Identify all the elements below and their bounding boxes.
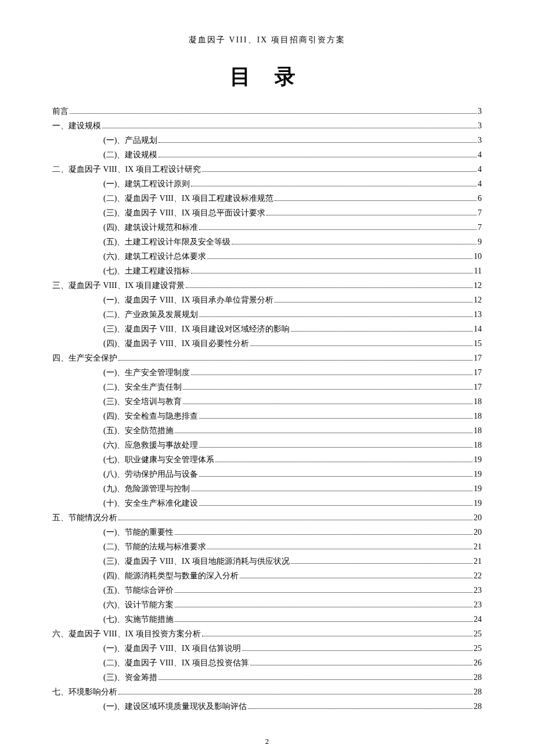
toc-entry-page: 3 bbox=[478, 107, 482, 116]
toc-entry-label: (一)、节能的重要性 bbox=[103, 528, 174, 537]
toc-entry: (七)、土建工程建设指标11 bbox=[52, 264, 482, 278]
toc-entry-page: 18 bbox=[474, 441, 482, 449]
toc-leader-dots bbox=[118, 360, 472, 361]
toc-entry: (五)、节能综合评价23 bbox=[52, 583, 482, 597]
toc-entry: (二)、产业政策及发展规划13 bbox=[52, 307, 482, 322]
toc-leader-dots bbox=[291, 563, 472, 564]
toc-leader-dots bbox=[266, 215, 477, 215]
toc-entry-page: 18 bbox=[474, 412, 482, 420]
toc-entry-page: 15 bbox=[474, 340, 482, 348]
toc-entry-label: (四)、建筑设计规范和标准 bbox=[103, 224, 198, 232]
toc-entry-page: 7 bbox=[478, 224, 482, 232]
toc-entry-page: 28 bbox=[474, 674, 482, 682]
toc-leader-dots bbox=[191, 186, 477, 186]
toc-entry: (一)、凝血因子 VIII、IX 项目承办单位背景分析12 bbox=[52, 293, 482, 307]
toc-leader-dots bbox=[175, 621, 472, 622]
toc-entry-page: 24 bbox=[474, 615, 482, 624]
toc-entry: (二)、凝血因子 VIII、IX 项目工程建设标准规范6 bbox=[52, 191, 482, 206]
toc-entry-page: 19 bbox=[474, 456, 482, 464]
toc-entry-label: (五)、土建工程设计年限及安全等级 bbox=[103, 238, 230, 246]
toc-entry-label: (三)、凝血因子 VIII、IX 项目地能源消耗与供应状况 bbox=[103, 557, 290, 566]
toc-leader-dots bbox=[175, 433, 472, 433]
toc-entry: (三)、凝血因子 VIII、IX 项目地能源消耗与供应状况21 bbox=[52, 554, 482, 568]
toc-entry-label: (二)、产业政策及发展规划 bbox=[103, 311, 198, 319]
page-header: 凝血因子 VIII、IX 项目招商引资方案 bbox=[52, 35, 482, 45]
document-page: 凝血因子 VIII、IX 项目招商引资方案 目 录 前言3一、建设规模3(一)、… bbox=[0, 0, 534, 756]
toc-entry-page: 12 bbox=[474, 282, 482, 290]
toc-entry-page: 21 bbox=[474, 543, 482, 551]
toc-entry-page: 3 bbox=[478, 136, 482, 145]
toc-entry: 三、凝血因子 VIII、IX 项目建设背景12 bbox=[52, 278, 482, 293]
toc-entry-page: 21 bbox=[474, 557, 482, 566]
toc-entry-label: (五)、节能综合评价 bbox=[103, 586, 174, 595]
toc-entry-label: (十)、安全生产标准化建设 bbox=[103, 499, 198, 507]
toc-entry-page: 12 bbox=[474, 296, 482, 304]
toc-entry: (六)、设计节能方案23 bbox=[52, 597, 482, 612]
toc-leader-dots bbox=[191, 491, 472, 491]
toc-leader-dots bbox=[175, 607, 472, 607]
toc-leader-dots bbox=[118, 694, 472, 694]
toc-entry-page: 6 bbox=[478, 195, 482, 203]
page-number: 2 bbox=[52, 737, 482, 746]
toc-entry-page: 17 bbox=[474, 369, 482, 377]
toc-title: 目 录 bbox=[52, 63, 482, 91]
toc-entry-page: 19 bbox=[474, 470, 482, 478]
toc-entry-label: 七、环境影响分析 bbox=[52, 688, 117, 696]
toc-entry: (七)、职业健康与安全管理体系19 bbox=[52, 452, 482, 467]
toc-entry: (一)、建筑工程设计原则4 bbox=[52, 177, 482, 191]
toc-entry-label: (七)、实施节能措施 bbox=[103, 615, 174, 624]
toc-entry-label: 一、建设规模 bbox=[52, 122, 101, 130]
toc-entry-page: 4 bbox=[478, 180, 482, 188]
toc-leader-dots bbox=[240, 578, 472, 578]
toc-entry-page: 17 bbox=[474, 383, 482, 391]
toc-entry: (三)、资金筹措28 bbox=[52, 670, 482, 685]
toc-entry: (一)、凝血因子 VIII、IX 项目估算说明25 bbox=[52, 641, 482, 656]
toc-entry: (六)、建筑工程设计总体要求10 bbox=[52, 249, 482, 264]
toc-entry: 四、生产安全保护17 bbox=[52, 351, 482, 365]
toc-entry-page: 4 bbox=[478, 151, 482, 159]
toc-leader-dots bbox=[242, 650, 472, 651]
toc-entry-page: 3 bbox=[478, 122, 482, 130]
toc-leader-dots bbox=[191, 273, 472, 273]
toc-entry-label: (一)、产品规划 bbox=[103, 136, 157, 145]
toc-leader-dots bbox=[202, 171, 477, 172]
toc-leader-dots bbox=[275, 302, 472, 303]
toc-entry-label: (三)、安全培训与教育 bbox=[103, 398, 182, 406]
toc-entry-page: 18 bbox=[474, 398, 482, 406]
toc-entry-page: 10 bbox=[474, 253, 482, 261]
toc-entry-page: 25 bbox=[474, 645, 482, 653]
toc-leader-dots bbox=[175, 592, 472, 593]
toc-entry: (二)、节能的法规与标准要求21 bbox=[52, 539, 482, 554]
toc-entry: (二)、建设规模4 bbox=[52, 147, 482, 162]
toc-entry-label: (一)、建设区域环境质量现状及影响评估 bbox=[103, 703, 247, 711]
toc-entry-label: (六)、设计节能方案 bbox=[103, 601, 174, 609]
toc-entry-page: 23 bbox=[474, 586, 482, 595]
toc-entry-page: 13 bbox=[474, 311, 482, 319]
toc-entry-page: 26 bbox=[474, 659, 482, 667]
toc-entry-page: 19 bbox=[474, 485, 482, 493]
toc-leader-dots bbox=[158, 157, 477, 157]
toc-entry-label: (六)、建筑工程设计总体要求 bbox=[103, 253, 206, 261]
toc-entry-page: 17 bbox=[474, 354, 482, 362]
toc-entry-page: 28 bbox=[474, 703, 482, 711]
toc-entry-label: (三)、凝血因子 VIII、IX 项目建设对区域经济的影响 bbox=[103, 325, 290, 333]
toc-entry: (一)、生产安全管理制度17 bbox=[52, 365, 482, 380]
toc-entry: (三)、凝血因子 VIII、IX 项目建设对区域经济的影响14 bbox=[52, 322, 482, 336]
toc-entry-label: (二)、安全生产责任制 bbox=[103, 383, 182, 391]
toc-entry-page: 9 bbox=[478, 238, 482, 246]
toc-entry-label: (一)、建筑工程设计原则 bbox=[103, 180, 190, 188]
toc-leader-dots bbox=[215, 462, 472, 462]
toc-entry-label: (六)、应急救援与事故处理 bbox=[103, 441, 198, 449]
toc-entry: 六、凝血因子 VIII、IX 项目投资方案分析25 bbox=[52, 627, 482, 641]
toc-entry-label: (七)、土建工程建设指标 bbox=[103, 267, 190, 275]
toc-entry: (四)、凝血因子 VIII、IX 项目必要性分析15 bbox=[52, 336, 482, 351]
toc-entry: (二)、凝血因子 VIII、IX 项目总投资估算26 bbox=[52, 656, 482, 670]
table-of-contents: 前言3一、建设规模3(一)、产品规划3(二)、建设规模4二、凝血因子 VIII、… bbox=[52, 104, 482, 714]
toc-entry-page: 25 bbox=[474, 630, 482, 638]
toc-leader-dots bbox=[275, 200, 477, 201]
toc-entry: (八)、劳动保护用品与设备19 bbox=[52, 467, 482, 481]
toc-entry: (九)、危险源管理与控制19 bbox=[52, 481, 482, 496]
toc-leader-dots bbox=[102, 128, 477, 128]
toc-entry: 二、凝血因子 VIII、IX 项目工程设计研究4 bbox=[52, 162, 482, 177]
toc-entry: (一)、节能的重要性20 bbox=[52, 525, 482, 539]
